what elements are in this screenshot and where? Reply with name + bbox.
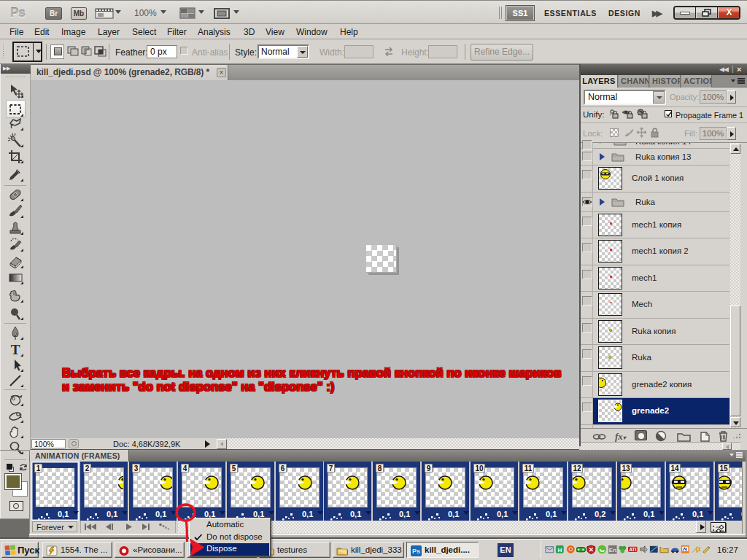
svg-text:T: T — [11, 342, 20, 357]
svg-text:Ps: Ps — [412, 548, 420, 555]
svg-text:H: H — [558, 547, 562, 553]
svg-text:En: En — [609, 547, 616, 553]
svg-text:ATI: ATI — [630, 547, 637, 552]
